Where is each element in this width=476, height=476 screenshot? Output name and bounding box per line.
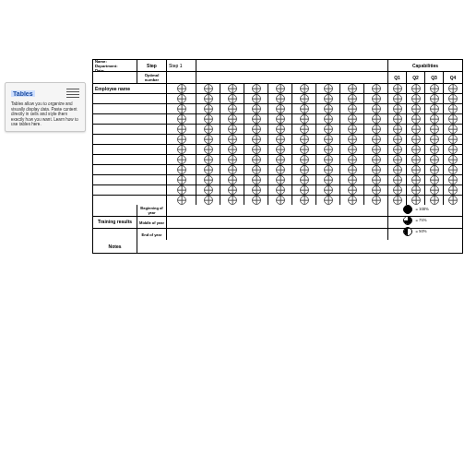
q-cell[interactable]	[444, 94, 462, 103]
step-subcell[interactable]	[364, 84, 387, 93]
employee-name-cell[interactable]	[93, 155, 167, 164]
q-cell[interactable]	[407, 175, 425, 184]
q-cell[interactable]	[444, 185, 462, 195]
step-subcell[interactable]	[196, 125, 220, 134]
step-subcell[interactable]	[196, 175, 220, 184]
notes-area[interactable]	[137, 240, 462, 253]
step-subcell[interactable]	[268, 84, 292, 93]
step-subcell[interactable]	[220, 84, 244, 93]
q-cell[interactable]	[444, 84, 462, 93]
q-cell[interactable]	[444, 104, 462, 113]
step-subcell[interactable]	[340, 94, 364, 103]
q-cell[interactable]	[407, 104, 425, 113]
q-cell[interactable]	[388, 94, 407, 103]
step-subcell[interactable]	[268, 175, 292, 184]
q-cell[interactable]	[425, 145, 444, 154]
step-subcell[interactable]	[340, 185, 364, 195]
step-subcell[interactable]	[316, 135, 340, 144]
step-subcell[interactable]	[268, 145, 292, 154]
step-subcell[interactable]	[340, 125, 364, 134]
q-cell[interactable]	[407, 94, 425, 103]
q-cell[interactable]	[425, 165, 444, 174]
step-subcell[interactable]	[340, 175, 364, 184]
step-subcell[interactable]	[220, 145, 244, 154]
step-subcell[interactable]	[292, 175, 316, 184]
q-cell[interactable]	[388, 104, 407, 113]
step-cell[interactable]	[167, 94, 196, 103]
step-subcell[interactable]	[268, 104, 292, 113]
step-subcell[interactable]	[244, 114, 268, 124]
step-subcell[interactable]	[196, 145, 220, 154]
step-subcell[interactable]	[316, 145, 340, 154]
q-cell[interactable]	[444, 135, 462, 144]
q-cell[interactable]	[407, 125, 425, 134]
step-cell[interactable]	[167, 165, 196, 174]
step-subcell[interactable]	[244, 145, 268, 154]
step-subcell[interactable]	[268, 135, 292, 144]
step-subcell[interactable]	[316, 175, 340, 184]
q-cell[interactable]	[425, 125, 444, 134]
step-subcell[interactable]	[244, 104, 268, 113]
step-subcell[interactable]	[196, 165, 220, 174]
q-cell[interactable]	[425, 94, 444, 103]
step-subcell[interactable]	[364, 114, 387, 124]
step-subcell[interactable]	[316, 185, 340, 195]
q-cell[interactable]	[444, 145, 462, 154]
step-subcell[interactable]	[220, 104, 244, 113]
employee-name-cell[interactable]	[93, 165, 167, 174]
step-cell[interactable]	[167, 84, 196, 93]
q-cell[interactable]	[444, 165, 462, 174]
step-subcell[interactable]	[220, 185, 244, 195]
step-subcell[interactable]	[340, 155, 364, 164]
step-subcell[interactable]	[364, 125, 387, 134]
step-subcell[interactable]	[364, 94, 387, 103]
step-subcell[interactable]	[340, 104, 364, 113]
step-subcell[interactable]	[268, 196, 292, 205]
step-subcell[interactable]	[316, 125, 340, 134]
step-cell[interactable]	[167, 125, 196, 134]
step-subcell[interactable]	[316, 94, 340, 103]
employee-name-cell[interactable]	[93, 145, 167, 154]
step-subcell[interactable]	[292, 125, 316, 134]
step-cell[interactable]	[167, 114, 196, 124]
employee-name-cell[interactable]	[93, 185, 167, 195]
q-cell[interactable]	[444, 175, 462, 184]
q-cell[interactable]	[425, 175, 444, 184]
q-cell[interactable]	[388, 84, 407, 93]
q-cell[interactable]	[388, 185, 407, 195]
step-subcell[interactable]	[268, 94, 292, 103]
step-subcell[interactable]	[316, 165, 340, 174]
q-cell[interactable]	[388, 165, 407, 174]
training-value[interactable]	[167, 229, 388, 240]
step-subcell[interactable]	[268, 155, 292, 164]
step-cell[interactable]	[167, 135, 196, 144]
step-subcell[interactable]	[244, 155, 268, 164]
q-cell[interactable]	[425, 114, 444, 124]
q-cell[interactable]	[407, 196, 425, 205]
q-cell[interactable]	[407, 155, 425, 164]
step-subcell[interactable]	[364, 145, 387, 154]
step-subcell[interactable]	[292, 94, 316, 103]
q-cell[interactable]	[388, 114, 407, 124]
step-subcell[interactable]	[364, 135, 387, 144]
step-subcell[interactable]	[340, 196, 364, 205]
q-cell[interactable]	[444, 196, 462, 205]
q-cell[interactable]	[444, 114, 462, 124]
q-cell[interactable]	[388, 125, 407, 134]
q-cell[interactable]	[444, 155, 462, 164]
step-subcell[interactable]	[244, 196, 268, 205]
step-subcell[interactable]	[220, 125, 244, 134]
step-subcell[interactable]	[292, 155, 316, 164]
step-subcell[interactable]	[244, 165, 268, 174]
step-cell[interactable]	[167, 175, 196, 184]
step-subcell[interactable]	[268, 165, 292, 174]
step-subcell[interactable]	[340, 135, 364, 144]
step-subcell[interactable]	[364, 196, 387, 205]
step-subcell[interactable]	[196, 196, 220, 205]
q-cell[interactable]	[407, 185, 425, 195]
step-cell[interactable]	[167, 104, 196, 113]
step-subcell[interactable]	[220, 175, 244, 184]
q-cell[interactable]	[388, 155, 407, 164]
training-value[interactable]	[167, 205, 388, 216]
step-subcell[interactable]	[292, 196, 316, 205]
